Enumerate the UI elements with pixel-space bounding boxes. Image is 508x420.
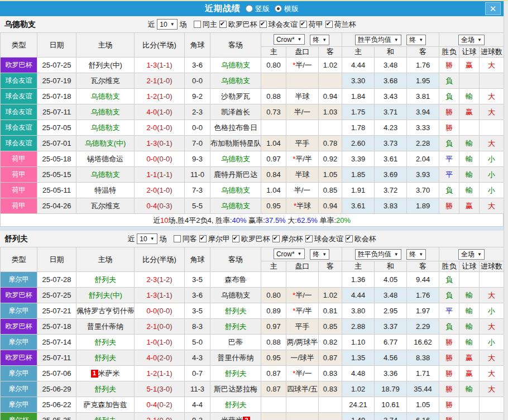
competition-checkbox[interactable]: 球会友谊 bbox=[305, 234, 343, 244]
handicap-away-odds: 0.85 bbox=[319, 183, 342, 198]
checkbox-icon bbox=[305, 235, 313, 242]
score-cell: 1-3(1-1) bbox=[135, 58, 185, 73]
section-divider bbox=[0, 227, 504, 231]
corner-count: 0-7 bbox=[185, 366, 210, 381]
same-venue-checkbox[interactable]: 同主 bbox=[194, 20, 217, 30]
handicap-home-odds bbox=[261, 120, 286, 136]
match-date: 25-07-11 bbox=[37, 104, 76, 120]
competition-checkbox[interactable]: 荷甲 bbox=[300, 20, 323, 30]
avg-final-select[interactable]: 终 bbox=[406, 35, 426, 45]
score-cell: 1-3(1-1) bbox=[135, 288, 185, 303]
score-cell: 1-3(0-1) bbox=[135, 136, 185, 151]
col-avg-lose: 客 bbox=[407, 47, 439, 58]
competition-checkbox[interactable]: 荷兰杯 bbox=[325, 20, 356, 30]
league-badge: 摩尔甲 bbox=[1, 335, 37, 350]
full-time-score: 1-2 bbox=[146, 92, 157, 101]
avg-draw-odds: 10.61 bbox=[375, 397, 407, 413]
scrollbar-track[interactable] bbox=[504, 1, 508, 420]
avg-final-select[interactable]: 终 bbox=[406, 249, 426, 260]
handicap-home-odds: 0.87 bbox=[261, 366, 286, 381]
match-row: 摩尔甲25-07-14舒列夫1-0(1-0)5-0巴蒂0.88两/两球半0.82… bbox=[1, 335, 504, 350]
handicap-home-odds bbox=[261, 73, 286, 89]
score-cell: 5-1(3-0) bbox=[135, 381, 185, 397]
result-flag: 勝 bbox=[439, 350, 459, 366]
league-badge: 摩尔甲 bbox=[1, 381, 37, 397]
score-cell: 2-1(0-0) bbox=[135, 319, 185, 335]
away-team-cell: 鹿特丹斯巴达 bbox=[210, 167, 261, 183]
full-time-score: 4-0 bbox=[146, 108, 157, 116]
league-badge: 摩尔甲 bbox=[1, 366, 37, 381]
opponent-team-name: 瓦尔维克 bbox=[91, 77, 120, 85]
avg-lose-odds: 3.33 bbox=[407, 120, 439, 136]
handicap-line: *半/一 bbox=[286, 366, 319, 381]
half-time-score: (0-3) bbox=[157, 202, 172, 210]
avg-lose-odds: 2.29 bbox=[407, 319, 439, 335]
home-team-cell: 乌德勒支(中) bbox=[76, 136, 135, 151]
handicap-away-odds: 1.02 bbox=[319, 58, 342, 73]
match-date: 25-07-28 bbox=[37, 272, 76, 288]
col-result: 胜负 bbox=[439, 261, 459, 272]
wdl-average-select[interactable]: 胜平负均值 bbox=[355, 249, 401, 260]
handicap-home-odds: 0.95 bbox=[261, 198, 286, 214]
handicap-home-odds: 1.04 bbox=[261, 136, 286, 151]
filter-bar: 近 10 场 同客 摩尔甲欧罗巴杯摩尔杯球会友谊欧会杯 bbox=[127, 233, 376, 244]
match-count-select[interactable]: 10 bbox=[157, 19, 177, 30]
focus-team-name: 舒列夫 bbox=[94, 338, 116, 346]
competition-checkbox[interactable]: 欧罗巴杯 bbox=[219, 20, 257, 30]
handicap-home-odds bbox=[261, 413, 286, 420]
half-time-score: (1-0) bbox=[157, 123, 172, 132]
handicap-result-flag: 赢 bbox=[459, 198, 480, 214]
handicap-line-text: 半球 bbox=[296, 202, 311, 210]
league-badge: 摩尔杯 bbox=[1, 413, 37, 420]
home-team-cell: 乌德勒支 bbox=[76, 120, 135, 136]
bookmaker-select[interactable]: Crow* bbox=[274, 249, 305, 259]
avg-draw-odds: 2.95 bbox=[375, 303, 407, 319]
competition-checkbox[interactable]: 摩尔甲 bbox=[199, 234, 230, 244]
opponent-team-name: 普里什蒂纳 bbox=[87, 322, 123, 331]
match-scope-select[interactable]: 全场 bbox=[458, 35, 485, 45]
bookmaker-select[interactable]: Crow* bbox=[274, 34, 305, 45]
odds-final-select[interactable]: 终 bbox=[310, 35, 329, 45]
home-team-cell: 乌德勒支 bbox=[76, 167, 135, 183]
handicap-line-text: 半球 bbox=[295, 92, 310, 101]
corner-count: 2-3 bbox=[185, 104, 210, 120]
summary-part: 近 bbox=[153, 216, 160, 225]
close-button[interactable]: ✕ bbox=[485, 2, 501, 15]
handicap-line-text: 四球半/五 bbox=[287, 385, 318, 393]
competition-checkbox[interactable]: 欧罗巴杯 bbox=[232, 234, 270, 244]
team-name: 乌德勒支 bbox=[4, 20, 36, 30]
match-scope-select[interactable]: 全场 bbox=[458, 249, 485, 260]
avg-lose-odds: 35.44 bbox=[407, 381, 439, 397]
focus-team-name: 舒列夫 bbox=[94, 416, 116, 420]
league-badge: 荷甲 bbox=[1, 198, 37, 214]
away-team-cell: 乌德勒支 bbox=[210, 73, 261, 89]
radio-horizontal-layout[interactable]: 横版 bbox=[275, 4, 299, 14]
handicap-line bbox=[286, 397, 319, 413]
goals-result-flag: 大 bbox=[480, 381, 504, 397]
handicap-result-flag: 赢 bbox=[459, 104, 480, 120]
radio-vertical-layout[interactable]: 竖版 bbox=[246, 4, 270, 14]
competition-checkbox[interactable]: 摩尔杯 bbox=[272, 234, 303, 244]
match-row: 摩尔甲25-06-29舒列夫5-1(3-0)11-3斯巴达瑟拉梅0.87四球半/… bbox=[1, 381, 504, 397]
odds-final-select[interactable]: 终 bbox=[310, 249, 329, 260]
col-handicap-result: 让球 bbox=[459, 47, 480, 58]
competition-checkbox[interactable]: 欧会杯 bbox=[346, 234, 376, 244]
match-date: 25-05-18 bbox=[37, 151, 76, 167]
full-time-score: 1-2 bbox=[146, 369, 157, 378]
full-time-score: 0-0 bbox=[146, 155, 157, 163]
team-section: 乌德勒支 近 10 场 同主 欧罗巴杯球会友谊荷甲荷兰杯 bbox=[0, 16, 504, 214]
competition-checkbox[interactable]: 球会友谊 bbox=[260, 20, 298, 30]
focus-team-name: 乌德勒支 bbox=[91, 123, 120, 132]
col-away: 客场 bbox=[210, 33, 261, 58]
same-venue-checkbox[interactable]: 同客 bbox=[174, 234, 197, 244]
avg-lose-odds: 1.97 bbox=[407, 303, 439, 319]
result-flag: 勝 bbox=[439, 120, 459, 136]
col-home: 主场 bbox=[76, 33, 135, 58]
avg-draw-odds: 3.69 bbox=[375, 167, 407, 183]
handicap-result-flag: 輸 bbox=[459, 89, 480, 104]
match-count-select[interactable]: 10 bbox=[137, 233, 157, 244]
near-label: 近 bbox=[127, 234, 135, 244]
avg-win-odds: 4.44 bbox=[342, 288, 375, 303]
away-team-cell: 乌德勒支 bbox=[210, 151, 261, 167]
wdl-average-select[interactable]: 胜平负均值 bbox=[355, 35, 401, 45]
